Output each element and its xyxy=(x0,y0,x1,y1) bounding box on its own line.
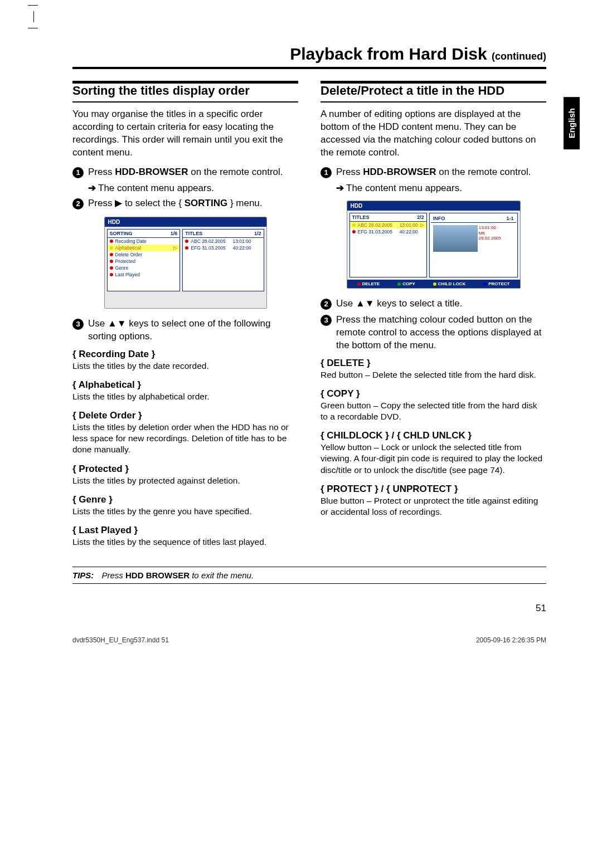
osd-sorting-page: 1/6 xyxy=(171,231,178,236)
option-copy: { COPY } Green button – Copy the selecte… xyxy=(321,388,546,422)
osd-action-childlock: CHILD LOCK xyxy=(433,281,465,286)
right-step-1: 1 Press HDD-BROWSER on the remote contro… xyxy=(321,166,546,179)
left-column: Sorting the titles display order You may… xyxy=(72,81,298,555)
osd-info-screenshot: HDD TITLES2/2 ABC 28.02.2005 13:01:00▷ E… xyxy=(347,201,521,289)
osd-sort-item: Last Played xyxy=(108,271,180,278)
right-intro: A number of editing options are displaye… xyxy=(321,108,546,159)
osd-info-page: 1-1 xyxy=(506,216,513,221)
osd-title-item: EFG 31.03.2005 40:22:00 xyxy=(350,228,426,235)
osd-hdd-label: HDD xyxy=(105,217,266,227)
osd-sort-item: Recoding Date xyxy=(108,238,180,245)
footer-timestamp: 2005-09-16 2:26:35 PM xyxy=(476,636,546,644)
osd-title-item: EFG 31.03.2005 40:22:00 xyxy=(183,245,263,251)
left-step-3: 3 Use ▲▼ keys to select one of the follo… xyxy=(72,318,298,343)
option-recording-date: { Recording Date } Lists the titles by t… xyxy=(72,349,298,372)
option-childlock: { CHILDLOCK } / { CHLD UNLCK } Yellow bu… xyxy=(321,430,546,475)
step-number-icon: 3 xyxy=(72,319,84,330)
osd-titles-page: 2/2 xyxy=(417,214,424,220)
step-number-icon: 1 xyxy=(321,167,332,178)
osd-sort-item-selected: Alphabetical▷ xyxy=(108,245,180,251)
arrow-icon: ➔ xyxy=(88,183,96,193)
left-result-1: ➔The content menu appears. xyxy=(88,182,298,194)
left-intro: You may organise the titles in a specifi… xyxy=(72,108,298,159)
option-delete: { DELETE } Red button – Delete the selec… xyxy=(321,358,546,381)
thumbnail-icon xyxy=(433,225,478,252)
right-result-1: ➔The content menu appears. xyxy=(336,182,546,194)
print-footer: dvdr5350H_EU_Eng537.indd 51 2005-09-16 2… xyxy=(72,636,546,644)
osd-sorting-label: SORTING xyxy=(110,231,133,236)
page-number: 51 xyxy=(72,603,546,614)
right-step-2: 2 Use ▲▼ keys to select a title. xyxy=(321,298,546,310)
option-protect: { PROTECT } / { UNPROTECT } Blue button … xyxy=(321,484,546,518)
osd-titles-page: 1/2 xyxy=(254,231,261,236)
tips-label: TIPS: xyxy=(72,570,94,580)
option-alphabetical: { Alphabetical } Lists the titles by alp… xyxy=(72,379,298,402)
left-step-1: 1 Press HDD-BROWSER on the remote contro… xyxy=(72,166,298,179)
osd-sort-item: Delete Order xyxy=(108,251,180,258)
manual-page: Playback from Hard Disk (continued) Sort… xyxy=(0,0,602,868)
content-columns: Sorting the titles display order You may… xyxy=(72,81,546,555)
step-number-icon: 2 xyxy=(321,299,332,310)
osd-hdd-label: HDD xyxy=(347,201,520,211)
step-number-icon: 3 xyxy=(321,315,332,326)
osd-info-label: INFO xyxy=(433,216,445,221)
option-last-played: { Last Played } Lists the titles by the … xyxy=(72,525,298,548)
osd-action-protect: PROTECT xyxy=(483,281,509,286)
title-continued: (continued) xyxy=(492,51,546,62)
page-title: Playback from Hard Disk (continued) xyxy=(72,45,546,64)
tips-box: TIPS: Press HDD BROWSER to exit the menu… xyxy=(72,567,546,584)
right-heading: Delete/Protect a title in the HDD xyxy=(321,81,546,103)
crop-mark-bottom xyxy=(28,11,39,22)
language-tab: English xyxy=(564,97,580,149)
arrow-icon: ➔ xyxy=(336,183,344,193)
option-delete-order: { Delete Order } Lists the titles by del… xyxy=(72,410,298,455)
osd-action-copy: COPY xyxy=(397,281,415,286)
osd-sort-item: Genre xyxy=(108,265,180,271)
osd-action-bar: DELETE COPY CHILD LOCK PROTECT xyxy=(347,280,520,288)
left-heading: Sorting the titles display order xyxy=(72,81,298,103)
option-genre: { Genre } Lists the titles by the genre … xyxy=(72,494,298,517)
right-step-3: 3 Press the matching colour coded button… xyxy=(321,314,546,352)
step-number-icon: 1 xyxy=(72,167,84,178)
osd-info-lines: 13:01:00 M6 28.02.2005 xyxy=(479,225,501,253)
osd-sort-item: Protected xyxy=(108,258,180,265)
osd-action-delete: DELETE xyxy=(357,281,380,286)
title-main: Playback from Hard Disk xyxy=(290,45,487,63)
footer-file: dvdr5350H_EU_Eng537.indd 51 xyxy=(72,636,169,644)
step-number-icon: 2 xyxy=(72,198,84,209)
osd-title-item: ABC 28.02.2005 13:01:00 xyxy=(183,238,263,245)
option-protected: { Protected } Lists the titles by protec… xyxy=(72,464,298,486)
title-rule xyxy=(72,67,546,69)
osd-titles-label: TITLES xyxy=(185,231,202,236)
left-step-2: 2 Press ▶ to select the { SORTING } menu… xyxy=(72,197,298,210)
osd-titles-label: TITLES xyxy=(352,214,370,220)
osd-sorting-screenshot: HDD SORTING1/6 Recoding Date Alphabetica… xyxy=(104,217,267,309)
right-column: English Delete/Protect a title in the HD… xyxy=(321,81,546,555)
osd-title-item-selected: ABC 28.02.2005 13:01:00▷ xyxy=(350,222,426,228)
